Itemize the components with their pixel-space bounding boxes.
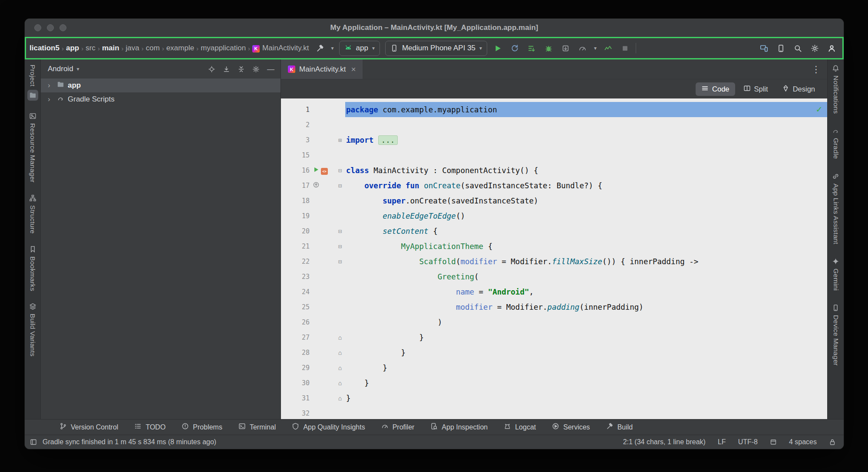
collapse-all-icon[interactable]: [238, 66, 245, 73]
line-number[interactable]: 15: [281, 151, 310, 159]
chevron-right-icon[interactable]: ›: [48, 81, 53, 90]
tree-item-gradle-scripts[interactable]: ›Gradle Scripts: [41, 92, 281, 106]
tool-window-button-profiler[interactable]: Profiler: [381, 423, 415, 432]
breadcrumb-item-mainactivity-kt[interactable]: KMainActivity.kt: [251, 44, 310, 52]
breadcrumb-item-lication5[interactable]: lication5: [29, 44, 60, 52]
code-text[interactable]: package com.example.myapplication: [345, 102, 827, 117]
stop-button[interactable]: [620, 43, 630, 54]
close-icon[interactable]: ×: [351, 65, 356, 74]
code-text[interactable]: super.onCreate(savedInstanceState): [345, 193, 827, 208]
debug-button[interactable]: [543, 43, 554, 54]
search-button[interactable]: [792, 43, 803, 54]
breadcrumb-item-java[interactable]: java: [125, 44, 140, 52]
editor-mode-split[interactable]: Split: [738, 82, 774, 96]
editor-mode-code[interactable]: Code: [696, 82, 735, 96]
breadcrumb-item-com[interactable]: com: [145, 44, 161, 52]
tool-window-button-build[interactable]: Build: [606, 423, 633, 432]
fold-marker[interactable]: ⌂: [335, 349, 345, 356]
code-text[interactable]: enableEdgeToEdge(): [345, 208, 827, 223]
fold-marker[interactable]: ⌂: [335, 364, 345, 371]
fold-marker[interactable]: ⊟: [335, 228, 345, 235]
tool-stripe-build-variants[interactable]: Build Variants: [29, 303, 36, 357]
run-gutter-icon[interactable]: [313, 166, 320, 175]
tool-window-button-app-inspection[interactable]: App Inspection: [430, 423, 488, 432]
fold-marker[interactable]: ⊟: [335, 167, 345, 174]
line-number[interactable]: 23: [281, 273, 310, 281]
indent-setting[interactable]: 4 spaces: [789, 438, 817, 446]
line-number[interactable]: 27: [281, 334, 310, 341]
line-number[interactable]: 22: [281, 258, 310, 266]
line-number[interactable]: 2: [281, 121, 310, 129]
fold-marker[interactable]: ⌂: [335, 395, 345, 402]
project-view-select[interactable]: Android: [48, 65, 73, 73]
code-text[interactable]: [345, 406, 827, 419]
tool-stripe-device-manager[interactable]: Device Manager: [832, 304, 840, 366]
code-text[interactable]: class MainActivity : ComponentActivity()…: [345, 163, 827, 178]
run-button[interactable]: [492, 43, 503, 54]
code-text[interactable]: }: [345, 390, 827, 406]
device-mirroring-button[interactable]: [759, 43, 769, 54]
line-number[interactable]: 28: [281, 349, 310, 357]
chevron-down-icon[interactable]: ▾: [331, 45, 333, 51]
fold-marker[interactable]: ⊟: [335, 258, 345, 265]
tool-stripe-project[interactable]: Project: [27, 65, 38, 101]
expand-all-icon[interactable]: [223, 66, 230, 73]
line-number[interactable]: 31: [281, 394, 310, 402]
override-icon[interactable]: [313, 181, 320, 190]
code-text[interactable]: import ...: [345, 132, 827, 148]
tool-stripe-gradle[interactable]: Gradle: [832, 127, 840, 159]
tool-stripe-gemini[interactable]: Gemini: [832, 258, 840, 291]
gear-icon[interactable]: [252, 66, 260, 73]
running-devices-button[interactable]: [776, 43, 786, 54]
device-select[interactable]: Medium Phone API 35 ▾: [385, 41, 487, 56]
line-number[interactable]: 18: [281, 197, 310, 205]
tool-window-button-app-quality-insights[interactable]: App Quality Insights: [292, 423, 365, 432]
line-number[interactable]: 1: [281, 106, 310, 114]
profile-gauge-button[interactable]: [577, 43, 588, 54]
tool-window-button-services[interactable]: Services: [552, 423, 590, 432]
profiler-button[interactable]: [603, 43, 614, 54]
status-widget-icon[interactable]: [770, 439, 777, 446]
minimize-window-button[interactable]: [47, 24, 54, 31]
line-number[interactable]: 26: [281, 318, 310, 326]
line-number[interactable]: 3: [281, 136, 310, 144]
line-number[interactable]: 20: [281, 227, 310, 235]
breadcrumb-item-main[interactable]: main: [101, 44, 120, 52]
line-number[interactable]: 30: [281, 379, 310, 387]
tool-stripe-app-links-assistant[interactable]: App Links Assistant: [832, 173, 840, 244]
code-text[interactable]: [345, 117, 827, 132]
line-number[interactable]: 29: [281, 364, 310, 372]
code-text[interactable]: ): [345, 315, 827, 330]
code-text[interactable]: setContent {: [345, 223, 827, 239]
run-configuration-select[interactable]: app ▾: [339, 41, 380, 56]
tool-window-button-terminal[interactable]: Terminal: [238, 423, 276, 432]
caret-position[interactable]: 2:1 (34 chars, 1 line break): [623, 438, 706, 446]
file-encoding[interactable]: UTF-8: [738, 438, 758, 446]
tool-stripe-notifications[interactable]: Notifications: [832, 65, 840, 114]
zoom-window-button[interactable]: [59, 24, 66, 31]
line-number[interactable]: 32: [281, 410, 310, 417]
code-text[interactable]: }: [345, 330, 827, 345]
tool-stripe-bookmarks[interactable]: Bookmarks: [29, 246, 36, 291]
fold-marker[interactable]: ⌂: [335, 334, 345, 341]
tree-item-app[interactable]: ›app: [41, 79, 281, 92]
locate-icon[interactable]: [208, 66, 215, 73]
code-text[interactable]: }: [345, 360, 827, 375]
tool-window-button-version-control[interactable]: Version Control: [59, 423, 118, 432]
rerun-button[interactable]: [509, 43, 520, 54]
hide-panel-icon[interactable]: —: [267, 66, 274, 73]
fold-marker[interactable]: ⊟: [335, 243, 345, 250]
breadcrumb-item-example[interactable]: example: [165, 44, 195, 52]
lock-icon[interactable]: [829, 439, 836, 446]
line-number[interactable]: 19: [281, 212, 310, 220]
build-hammer-icon[interactable]: [315, 43, 326, 54]
line-number[interactable]: 24: [281, 288, 310, 296]
code-text[interactable]: name = "Android",: [345, 284, 827, 299]
tab-mainactivity[interactable]: K MainActivity.kt ×: [281, 59, 363, 79]
breadcrumb-item-src[interactable]: src: [85, 44, 96, 52]
editor-mode-design[interactable]: Design: [776, 82, 821, 96]
code-text[interactable]: Scaffold(modifier = Modifier.fillMaxSize…: [345, 254, 827, 269]
inspections-ok-icon[interactable]: ✓: [816, 104, 822, 115]
more-options-icon[interactable]: ⋮: [812, 64, 827, 75]
close-window-button[interactable]: [34, 24, 41, 31]
